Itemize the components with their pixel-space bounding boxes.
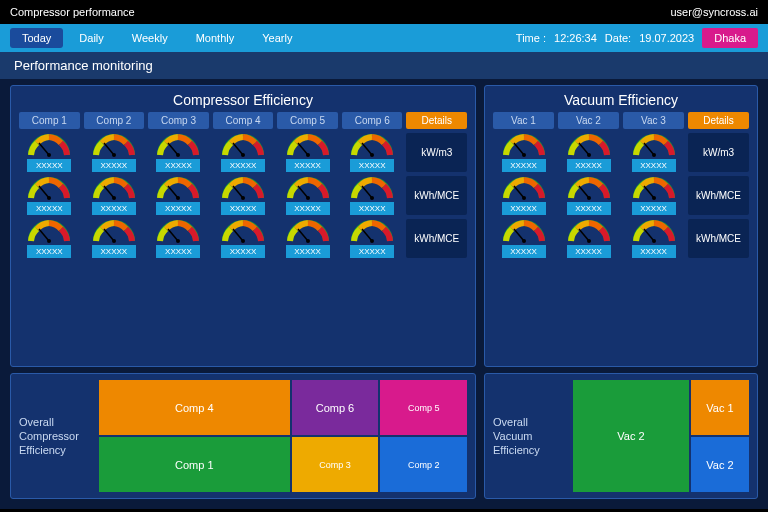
gauge-value: XXXXX xyxy=(350,245,394,258)
gauge-value: XXXXX xyxy=(286,245,330,258)
treemap-comp-label: Overall Compressor Efficiency xyxy=(19,380,91,492)
gauge-value: XXXXX xyxy=(92,245,136,258)
gauge-cell: XXXXX xyxy=(148,219,209,258)
gauge-icon xyxy=(286,133,330,157)
gauge-cell: XXXXX xyxy=(84,133,145,172)
tab-comp2[interactable]: Comp 2 xyxy=(84,112,145,129)
tab-comp1[interactable]: Comp 1 xyxy=(19,112,80,129)
tab-comp6[interactable]: Comp 6 xyxy=(342,112,403,129)
svg-line-18 xyxy=(233,186,243,198)
gauge-value: XXXXX xyxy=(92,202,136,215)
svg-line-12 xyxy=(39,186,49,198)
compressor-details-button[interactable]: Details xyxy=(406,112,467,129)
gauge-value: XXXXX xyxy=(221,245,265,258)
gauge-icon xyxy=(156,133,200,157)
svg-point-47 xyxy=(652,196,656,200)
nav-yearly[interactable]: Yearly xyxy=(250,28,304,48)
gauge-cell: XXXXX xyxy=(148,133,209,172)
tm-comp1[interactable]: Comp 1 xyxy=(99,437,290,492)
gauge-icon xyxy=(350,176,394,200)
gauge-cell: XXXXX xyxy=(213,176,274,215)
gauge-cell: XXXXX xyxy=(148,176,209,215)
unit-label: kWh/MCE xyxy=(406,176,467,215)
gauge-cell: XXXXX xyxy=(277,133,338,172)
gauge-icon xyxy=(567,133,611,157)
gauge-icon xyxy=(92,219,136,243)
app-title: Compressor performance xyxy=(10,6,135,18)
gauge-icon xyxy=(92,176,136,200)
location-badge[interactable]: Dhaka xyxy=(702,28,758,48)
tab-comp5[interactable]: Comp 5 xyxy=(277,112,338,129)
gauge-value: XXXXX xyxy=(567,245,611,258)
svg-point-33 xyxy=(306,239,310,243)
gauge-cell: XXXXX xyxy=(342,176,403,215)
svg-line-48 xyxy=(514,229,524,241)
tm-comp3[interactable]: Comp 3 xyxy=(292,437,379,492)
gauge-cell: XXXXX xyxy=(558,176,619,215)
svg-line-34 xyxy=(362,229,372,241)
tm-comp2[interactable]: Comp 2 xyxy=(380,437,467,492)
nav-daily[interactable]: Daily xyxy=(67,28,115,48)
compressor-title: Compressor Efficiency xyxy=(19,92,467,108)
gauge-cell: XXXXX xyxy=(558,219,619,258)
top-bar: Compressor performance user@syncross.ai xyxy=(0,0,768,24)
gauge-icon xyxy=(27,219,71,243)
gauge-icon xyxy=(221,219,265,243)
tab-vac2[interactable]: Vac 2 xyxy=(558,112,619,129)
svg-point-31 xyxy=(241,239,245,243)
tab-comp4[interactable]: Comp 4 xyxy=(213,112,274,129)
tab-vac3[interactable]: Vac 3 xyxy=(623,112,684,129)
unit-label: kWh/MCE xyxy=(406,219,467,258)
gauge-cell: XXXXX xyxy=(623,133,684,172)
gauge-icon xyxy=(502,133,546,157)
svg-line-4 xyxy=(168,143,178,155)
time-label: Time : xyxy=(516,32,546,44)
tm-vac1[interactable]: Vac 1 xyxy=(691,380,749,435)
tm-comp5[interactable]: Comp 5 xyxy=(380,380,467,435)
svg-line-20 xyxy=(298,186,308,198)
gauge-value: XXXXX xyxy=(156,159,200,172)
gauge-cell: XXXXX xyxy=(19,176,80,215)
vacuum-details-button[interactable]: Details xyxy=(688,112,749,129)
gauge-cell: XXXXX xyxy=(493,133,554,172)
svg-line-6 xyxy=(233,143,243,155)
gauge-value: XXXXX xyxy=(567,202,611,215)
gauge-icon xyxy=(27,176,71,200)
svg-line-24 xyxy=(39,229,49,241)
gauge-value: XXXXX xyxy=(221,202,265,215)
gauge-cell: XXXXX xyxy=(342,219,403,258)
nav-weekly[interactable]: Weekly xyxy=(120,28,180,48)
svg-line-36 xyxy=(514,143,524,155)
svg-line-8 xyxy=(298,143,308,155)
svg-line-46 xyxy=(644,186,654,198)
svg-line-30 xyxy=(233,229,243,241)
nav-today[interactable]: Today xyxy=(10,28,63,48)
svg-point-17 xyxy=(176,196,180,200)
gauge-cell: XXXXX xyxy=(493,176,554,215)
svg-point-15 xyxy=(112,196,116,200)
gauge-value: XXXXX xyxy=(221,159,265,172)
svg-point-7 xyxy=(241,153,245,157)
gauge-value: XXXXX xyxy=(156,202,200,215)
user-email: user@syncross.ai xyxy=(670,6,758,18)
gauge-value: XXXXX xyxy=(27,159,71,172)
tm-comp4[interactable]: Comp 4 xyxy=(99,380,290,435)
nav-monthly[interactable]: Monthly xyxy=(184,28,247,48)
tab-vac1[interactable]: Vac 1 xyxy=(493,112,554,129)
gauge-icon xyxy=(502,219,546,243)
tab-comp3[interactable]: Comp 3 xyxy=(148,112,209,129)
svg-point-5 xyxy=(176,153,180,157)
tm-vac2b[interactable]: Vac 2 xyxy=(691,437,749,492)
vacuum-title: Vacuum Efficiency xyxy=(493,92,749,108)
gauge-cell: XXXXX xyxy=(277,176,338,215)
gauge-value: XXXXX xyxy=(286,202,330,215)
tm-comp6[interactable]: Comp 6 xyxy=(292,380,379,435)
gauge-cell: XXXXX xyxy=(623,176,684,215)
vacuum-treemap: Overall Vacuum Efficiency Vac 1 Vac 2 Va… xyxy=(484,373,758,499)
page-subtitle: Performance monitoring xyxy=(0,52,768,79)
gauge-value: XXXXX xyxy=(502,159,546,172)
gauge-icon xyxy=(92,133,136,157)
svg-line-38 xyxy=(579,143,589,155)
unit-label: kW/m3 xyxy=(406,133,467,172)
tm-vac2a[interactable]: Vac 2 xyxy=(573,380,689,492)
